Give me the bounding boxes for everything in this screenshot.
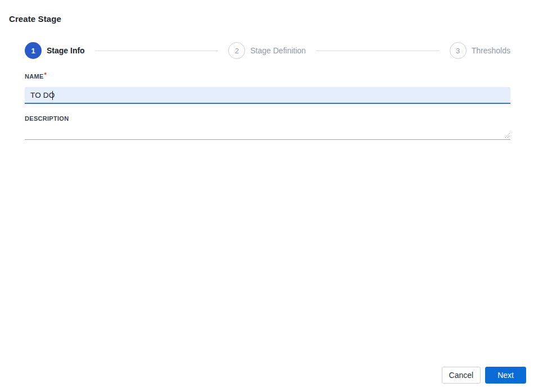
stage-info-form: NAME* DESCRIPTION: [25, 71, 510, 140]
footer-actions: Cancel Next: [442, 367, 526, 384]
step-number-badge: 3: [450, 42, 467, 59]
text-cursor-caret: [52, 91, 53, 100]
cancel-button[interactable]: Cancel: [442, 367, 481, 384]
description-field-label: DESCRIPTION: [25, 115, 510, 122]
stepper-step-stage-info[interactable]: 1 Stage Info: [25, 42, 85, 59]
step-label: Stage Definition: [250, 46, 306, 55]
name-field-label-row: NAME*: [25, 71, 510, 81]
step-label: Thresholds: [472, 46, 510, 55]
name-input[interactable]: [25, 87, 510, 103]
step-label: Stage Info: [47, 46, 85, 55]
stepper-connector: [95, 51, 219, 51]
name-input-container: [25, 87, 510, 104]
name-field-label: NAME: [25, 73, 44, 80]
stepper-step-thresholds[interactable]: 3 Thresholds: [450, 42, 510, 59]
stepper-connector: [316, 51, 440, 51]
required-asterisk: *: [44, 71, 47, 78]
stepper-step-stage-definition[interactable]: 2 Stage Definition: [228, 42, 306, 59]
page-title: Create Stage: [9, 14, 61, 24]
wizard-stepper: 1 Stage Info 2 Stage Definition 3 Thresh…: [25, 42, 510, 59]
step-number-badge: 1: [25, 42, 42, 59]
description-textarea-container: [25, 122, 510, 140]
step-number-badge: 2: [228, 42, 245, 59]
next-button[interactable]: Next: [485, 367, 526, 384]
description-textarea[interactable]: [25, 122, 510, 140]
description-field-block: DESCRIPTION: [25, 115, 510, 140]
